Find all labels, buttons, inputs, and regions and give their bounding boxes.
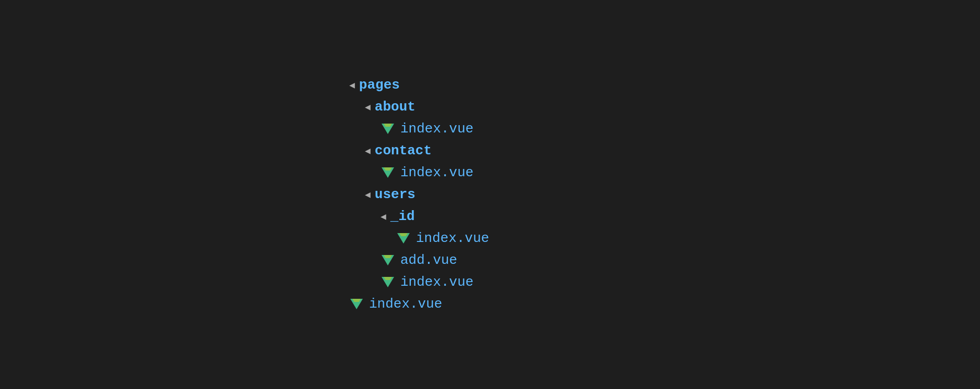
folder-pages[interactable]: ◀ pages bbox=[349, 74, 631, 96]
file-label-about-index: index.vue bbox=[400, 121, 473, 137]
file-contact-index-vue[interactable]: index.vue bbox=[381, 162, 631, 184]
vue-icon-users-add bbox=[381, 254, 395, 266]
file-users-add-vue[interactable]: add.vue bbox=[381, 249, 631, 271]
file-label-id-index: index.vue bbox=[416, 230, 489, 246]
arrow-icon-users: ◀ bbox=[365, 189, 371, 200]
vue-icon bbox=[381, 123, 395, 135]
file-root-index-vue[interactable]: index.vue bbox=[349, 293, 631, 315]
file-about-index-vue[interactable]: index.vue bbox=[381, 118, 631, 140]
vue-icon-contact-index bbox=[381, 166, 395, 179]
folder-id[interactable]: ◀ _id bbox=[381, 205, 631, 227]
folder-contact[interactable]: ◀ contact bbox=[365, 140, 631, 162]
arrow-icon-about: ◀ bbox=[365, 101, 371, 113]
file-label-contact-index: index.vue bbox=[400, 165, 473, 180]
vue-icon-id-index bbox=[396, 232, 411, 245]
file-users-index-vue[interactable]: index.vue bbox=[381, 271, 631, 293]
file-label-users-index: index.vue bbox=[400, 274, 473, 290]
file-tree: ◀ pages ◀ about index.vue ◀ contact bbox=[328, 58, 652, 331]
folder-label-contact: contact bbox=[375, 143, 432, 159]
arrow-icon: ◀ bbox=[349, 79, 355, 91]
folder-label-about: about bbox=[375, 99, 415, 115]
folder-about[interactable]: ◀ about bbox=[365, 96, 631, 118]
file-label-users-add: add.vue bbox=[400, 252, 457, 268]
folder-label-id: _id bbox=[390, 209, 415, 224]
folder-label-users: users bbox=[375, 187, 415, 202]
arrow-icon-contact: ◀ bbox=[365, 145, 371, 156]
file-id-index-vue[interactable]: index.vue bbox=[396, 227, 631, 249]
file-label-root-index: index.vue bbox=[369, 296, 442, 312]
folder-users[interactable]: ◀ users bbox=[365, 184, 631, 205]
folder-label-pages: pages bbox=[359, 77, 400, 93]
vue-icon-root-index bbox=[349, 298, 364, 310]
arrow-icon-id: ◀ bbox=[381, 211, 386, 222]
vue-icon-users-index bbox=[381, 276, 395, 288]
